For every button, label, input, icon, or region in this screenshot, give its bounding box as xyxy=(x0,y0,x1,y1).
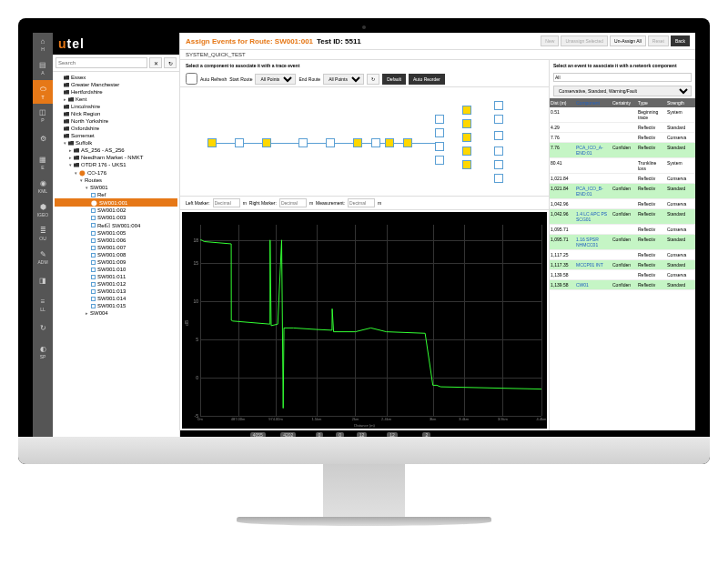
leftbar-item-P[interactable]: ◫P xyxy=(33,104,53,127)
tree-item[interactable]: ⬤SW001:001 xyxy=(55,198,177,207)
event-row[interactable]: 1,095.711.16 SPSR NHMCC01ConfidenReflect… xyxy=(550,235,695,250)
tree-item[interactable]: Greater Manchester xyxy=(55,81,177,88)
diagram-node[interactable] xyxy=(403,138,412,147)
diagram-node[interactable] xyxy=(462,106,471,115)
leftbar-item-ADM[interactable]: ✎ADM xyxy=(33,246,53,269)
event-row[interactable]: 1,139.58ReflectivConserva xyxy=(550,270,695,280)
tree-item[interactable]: ▸Kent xyxy=(55,96,177,103)
diagram-node[interactable] xyxy=(462,119,471,128)
event-row[interactable]: 1,042.961.4 LC APC PS SCG01ConfidenRefle… xyxy=(550,209,695,225)
diagram-node[interactable] xyxy=(385,138,394,147)
event-row[interactable]: 1,117.35MCCP01 INTConfidenReflectivStand… xyxy=(550,260,695,270)
diagram-node[interactable] xyxy=(494,131,503,140)
tree-item[interactable]: SW001:013 xyxy=(55,288,177,295)
start-route-select[interactable]: All Points xyxy=(255,74,296,85)
leftbar-item-OU[interactable]: ≣OU xyxy=(33,222,53,246)
tree-item[interactable]: SW001:002 xyxy=(55,207,177,214)
event-row[interactable]: 7.76ReflectivConserva xyxy=(550,133,695,143)
tree-item[interactable]: Hertfordshire xyxy=(55,88,177,96)
measurement-input[interactable] xyxy=(348,198,375,207)
events-filter-all[interactable] xyxy=(553,73,692,82)
tree-item[interactable]: SW001:011 xyxy=(55,273,177,280)
end-route-select[interactable]: All Points xyxy=(323,74,364,85)
default-button[interactable]: Default xyxy=(382,74,406,85)
diagram-node[interactable] xyxy=(207,138,217,147)
tree-item[interactable]: SW001:007 xyxy=(55,244,177,251)
right-marker-input[interactable] xyxy=(279,198,307,207)
diagram-node[interactable] xyxy=(435,115,444,124)
diagram-node[interactable] xyxy=(326,138,335,147)
tree-item[interactable]: SW001:014 xyxy=(55,295,177,302)
tree-item[interactable]: ▾OTDR 176 - UKS1 xyxy=(55,161,177,168)
tree-item[interactable]: Nick Region xyxy=(55,110,177,117)
diagram-node[interactable] xyxy=(494,101,503,110)
leftbar-item-↻[interactable]: ↻ xyxy=(33,317,53,340)
events-filter-dropdown[interactable]: Conservative, Standard, Warning/Fault xyxy=(553,86,692,96)
leftbar-item-E[interactable]: ▦E xyxy=(33,151,53,175)
network-diagram[interactable] xyxy=(180,87,549,197)
leftbar-item-IGEO[interactable]: ⬢IGEO xyxy=(33,198,53,222)
auto-refresh-checkbox[interactable] xyxy=(186,73,197,85)
left-marker-input[interactable] xyxy=(213,198,240,207)
leftbar-item-A[interactable]: ▤A xyxy=(33,56,53,80)
event-row[interactable]: 4.29ReflectivStandard xyxy=(550,123,695,133)
leftbar-item-H[interactable]: ⌂H xyxy=(33,33,53,56)
tree-item[interactable]: SW001:015 xyxy=(55,302,177,309)
search-input[interactable] xyxy=(56,57,147,68)
reset-button[interactable]: Reset xyxy=(648,35,669,46)
tree-item[interactable]: SW001:012 xyxy=(55,280,177,288)
diagram-node[interactable] xyxy=(462,133,471,142)
event-row[interactable]: 7.76PCA_ICO_A-END:01ConfidenReflectivSta… xyxy=(550,143,695,158)
tree-item[interactable]: Lincolnshire xyxy=(55,103,177,110)
auto-reorder-button[interactable]: Auto Reorder xyxy=(409,74,445,85)
tree-item[interactable]: SW001:008 xyxy=(55,251,177,258)
diagram-node[interactable] xyxy=(298,138,308,147)
leftbar-item-T[interactable]: ⬭T xyxy=(33,80,53,104)
event-row[interactable]: 80.41Trunkline lossSystem xyxy=(550,158,695,174)
leftbar-item-SP[interactable]: ◐SP xyxy=(33,340,53,364)
leftbar-item-LL[interactable]: ≡LL xyxy=(33,293,53,317)
event-row[interactable]: 1,042.96ReflectivConserva xyxy=(550,199,695,209)
leftbar-item-⚙[interactable]: ⚙ xyxy=(33,127,53,151)
tree-item[interactable]: ▸Needham Market - NMKT xyxy=(55,154,177,161)
otdr-chart[interactable]: dB -5051015180m487.00m974.00m1.5km2km2.4… xyxy=(182,212,547,429)
tree-item[interactable]: SW001:003 xyxy=(55,214,177,221)
diagram-node[interactable] xyxy=(435,128,444,137)
tree-item[interactable]: SW001:005 xyxy=(55,229,177,237)
diagram-node[interactable] xyxy=(494,174,503,183)
tree-item[interactable]: Essex xyxy=(55,74,177,81)
leftbar-item-◨[interactable]: ◨ xyxy=(33,269,53,293)
diagram-node[interactable] xyxy=(235,138,244,147)
diagram-node[interactable] xyxy=(353,138,362,147)
diagram-node[interactable] xyxy=(435,142,444,151)
tree-item[interactable]: Oxfordshire xyxy=(55,125,177,132)
unassign-selected-button[interactable]: Unassign Selected xyxy=(561,35,608,46)
event-row[interactable]: 0.51Beginning traceSystem xyxy=(550,107,695,123)
tree-item[interactable]: ▾Suffolk xyxy=(55,139,177,146)
event-row[interactable]: 1,095.71ReflectivConserva xyxy=(550,225,695,235)
tree-item[interactable]: ▾Routes xyxy=(55,177,177,184)
back-button[interactable]: Back xyxy=(671,35,690,46)
tree-item[interactable]: ▾SW001 xyxy=(55,184,177,191)
refresh-button[interactable]: ↻ xyxy=(367,74,379,85)
event-row[interactable]: 1,139.58CW01ConfidenReflectivStandard xyxy=(550,280,695,290)
unassign-all-button[interactable]: Un-Assign All xyxy=(610,35,646,46)
diagram-node[interactable] xyxy=(435,156,444,165)
tree-item[interactable]: Ref☑ SW001:004 xyxy=(55,221,177,229)
tree-item[interactable]: ▸AS_256 - AS_256 xyxy=(55,146,177,154)
diagram-node[interactable] xyxy=(462,146,471,156)
search-clear-button[interactable]: ✕ xyxy=(149,57,162,68)
tree-item[interactable]: Somerset xyxy=(55,132,177,139)
tree-item[interactable]: ▸SW004 xyxy=(55,309,177,317)
tree-item[interactable]: Ref xyxy=(55,191,177,198)
diagram-node[interactable] xyxy=(462,160,471,169)
tree-item[interactable]: SW001:006 xyxy=(55,237,177,244)
leftbar-item-KML[interactable]: ◉KML xyxy=(33,175,53,198)
tree-item[interactable]: North Yorkshire xyxy=(55,117,177,125)
event-row[interactable]: 1,021.84ReflectivConserva xyxy=(550,174,695,184)
event-row[interactable]: 1,021.84PCA_ICO_B-END:01ConfidenReflecti… xyxy=(550,184,695,199)
diagram-node[interactable] xyxy=(494,115,503,124)
tree-item[interactable]: SW001:010 xyxy=(55,266,177,273)
diagram-node[interactable] xyxy=(494,146,503,156)
diagram-node[interactable] xyxy=(494,160,503,169)
